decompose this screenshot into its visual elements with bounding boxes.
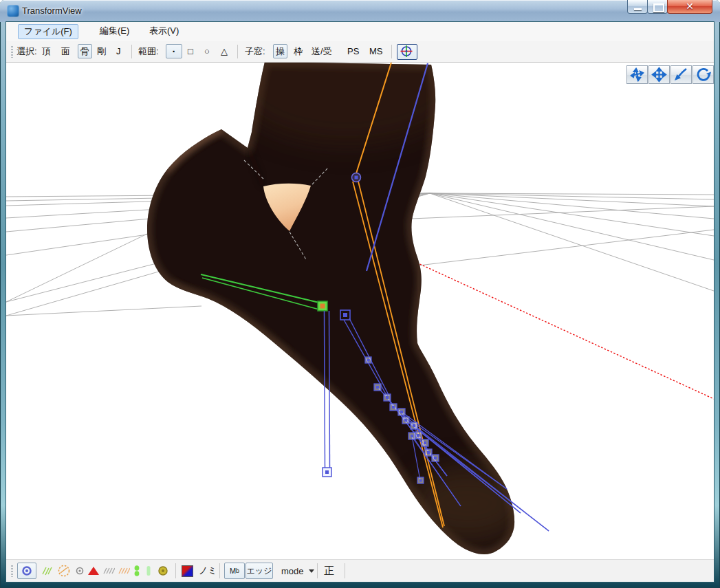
app-icon bbox=[7, 5, 19, 17]
orange-hatch-circle-icon bbox=[57, 565, 71, 577]
scene-3d bbox=[6, 63, 714, 561]
minimize-icon bbox=[634, 8, 642, 10]
orange-hatch-circle-toggle[interactable] bbox=[57, 563, 71, 579]
toolbar-separator bbox=[391, 45, 392, 58]
select-label: 選択: bbox=[17, 45, 37, 58]
red-triangle-icon bbox=[87, 565, 100, 576]
vertex-display-toggle[interactable] bbox=[17, 563, 36, 579]
range-square-button[interactable]: □ bbox=[188, 45, 193, 58]
foot-model bbox=[147, 63, 526, 554]
select-face-button[interactable]: 面 bbox=[61, 45, 70, 58]
olive-sphere-icon bbox=[157, 565, 168, 576]
minimize-button[interactable] bbox=[627, 0, 648, 14]
small-ring-icon bbox=[75, 566, 85, 576]
green-strokes-icon bbox=[41, 565, 53, 576]
pan-view-button[interactable] bbox=[648, 65, 670, 84]
range-triangle-button[interactable]: △ bbox=[221, 45, 228, 58]
mode-label: mode bbox=[281, 566, 304, 576]
orbit-view-button[interactable] bbox=[692, 65, 714, 84]
orbit-view-icon bbox=[693, 66, 713, 83]
small-ring-toggle[interactable] bbox=[75, 563, 85, 579]
sei-label: 正 bbox=[324, 563, 334, 579]
material-color-swatch[interactable] bbox=[182, 563, 193, 579]
status-toolbar: ノミ Mb エッジ mode 正 bbox=[6, 559, 714, 582]
olive-sphere-toggle[interactable] bbox=[157, 563, 168, 579]
red-triangle-toggle[interactable] bbox=[87, 563, 100, 579]
dolly-view-button[interactable] bbox=[670, 65, 692, 84]
rotate-view-icon bbox=[627, 66, 647, 83]
status-separator bbox=[175, 563, 176, 578]
toolbar-separator bbox=[131, 45, 132, 58]
window-title: TransformView bbox=[22, 6, 82, 16]
gray-hatch-icon bbox=[102, 566, 115, 576]
menu-view[interactable]: 表示(V) bbox=[144, 24, 184, 38]
maximize-button[interactable] bbox=[647, 0, 668, 14]
axis-target-button[interactable] bbox=[397, 44, 417, 60]
green-capsule-toggle[interactable] bbox=[145, 563, 152, 579]
viewport-3d[interactable] bbox=[6, 63, 714, 560]
subwindow-ms-button[interactable]: MS bbox=[369, 45, 383, 58]
axis-target-icon bbox=[400, 45, 413, 58]
status-separator bbox=[345, 563, 345, 578]
status-separator bbox=[219, 563, 220, 578]
subwindow-frame-button[interactable]: 枠 bbox=[294, 45, 303, 58]
subwindow-sendrecv-button[interactable]: 送/受 bbox=[312, 45, 332, 58]
title-bar[interactable]: TransformView ✕ bbox=[0, 0, 720, 22]
subwindow-ctrl-button[interactable]: 操 bbox=[273, 44, 287, 58]
maximize-icon bbox=[653, 3, 664, 12]
select-joint-button[interactable]: J bbox=[116, 45, 121, 58]
select-bone-button[interactable]: 骨 bbox=[78, 44, 92, 58]
mode-dropdown[interactable]: mode bbox=[281, 563, 314, 579]
pan-view-icon bbox=[649, 66, 669, 83]
transform-view-window: TransformView ✕ ファイル(F) 編集(E) 表示(V) 選択: … bbox=[0, 0, 720, 588]
green-strokes-toggle[interactable] bbox=[41, 563, 53, 579]
mb-sub-label: b bbox=[236, 567, 239, 574]
subwindow-label: 子窓: bbox=[245, 45, 265, 58]
mb-toggle[interactable]: Mb bbox=[224, 563, 245, 579]
range-circle-button[interactable]: ○ bbox=[204, 45, 210, 58]
menu-edit[interactable]: 編集(E) bbox=[94, 24, 135, 38]
range-dot-button[interactable]: · bbox=[166, 44, 182, 58]
status-toolbar-grip[interactable] bbox=[11, 565, 13, 577]
status-separator bbox=[317, 563, 318, 578]
gray-hatch-toggle[interactable] bbox=[102, 563, 115, 579]
select-rigid-button[interactable]: 剛 bbox=[97, 45, 106, 58]
edge-toggle[interactable]: エッジ bbox=[246, 563, 273, 579]
mb-label: M bbox=[230, 567, 236, 575]
green-dots-icon bbox=[133, 565, 141, 577]
close-icon: ✕ bbox=[668, 1, 712, 12]
rotate-view-button[interactable] bbox=[626, 65, 648, 84]
red-blue-square-icon bbox=[182, 565, 193, 577]
orange-hatch-toggle[interactable] bbox=[118, 563, 130, 579]
subwindow-ps-button[interactable]: PS bbox=[347, 45, 359, 58]
toolbar: 選択: 頂 面 骨 剛 J 範囲: · □ ○ △ 子窓: 操 枠 送/受 PS… bbox=[6, 41, 714, 63]
x-axis-line bbox=[417, 263, 714, 399]
nomi-label[interactable]: ノミ bbox=[199, 563, 217, 579]
green-capsule-icon bbox=[145, 565, 152, 577]
dolly-view-icon bbox=[671, 66, 691, 83]
toolbar-grip[interactable] bbox=[11, 45, 13, 58]
green-dots-toggle[interactable] bbox=[133, 563, 141, 579]
dot-ring-icon bbox=[21, 565, 32, 576]
close-button[interactable]: ✕ bbox=[667, 0, 712, 14]
toolbar-separator bbox=[237, 45, 238, 58]
dropdown-caret-icon bbox=[309, 569, 314, 573]
client-area: ファイル(F) 編集(E) 表示(V) 選択: 頂 面 骨 剛 J 範囲: · … bbox=[6, 22, 714, 582]
menu-file[interactable]: ファイル(F) bbox=[18, 24, 78, 39]
select-vertex-button[interactable]: 頂 bbox=[42, 45, 51, 58]
range-label: 範囲: bbox=[138, 45, 159, 58]
orange-hatch-icon bbox=[118, 566, 130, 576]
menu-bar: ファイル(F) 編集(E) 表示(V) bbox=[6, 22, 714, 41]
